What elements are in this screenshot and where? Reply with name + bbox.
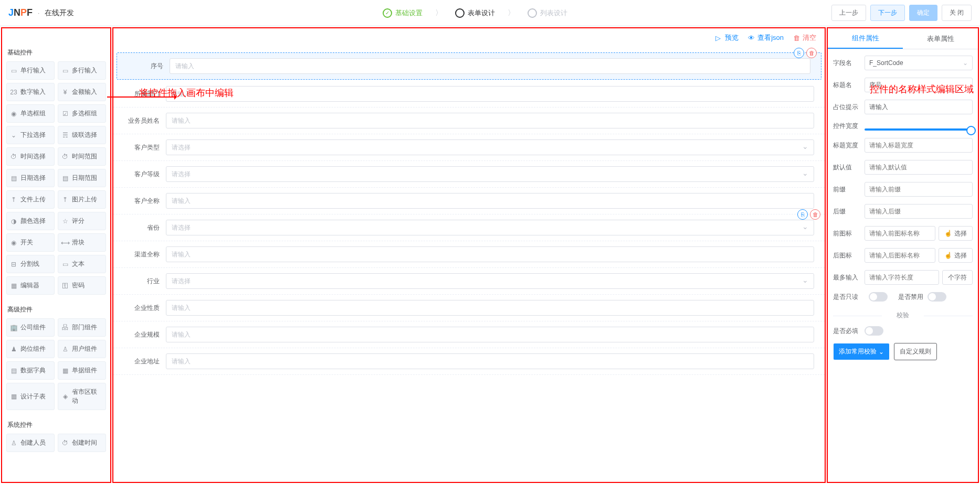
form-row[interactable]: 企业规模请输入 [113,321,825,348]
title-width-input[interactable] [865,138,973,153]
component-item[interactable]: ◉开关 [6,233,55,252]
component-item[interactable]: ⚿密码 [58,276,106,295]
view-json-button[interactable]: 👁 查看json [748,33,784,42]
component-item[interactable]: ☆评分 [58,212,106,230]
field-control[interactable]: 请选择 [166,273,814,289]
form-row[interactable]: 序号请输入⎘🗑 [117,52,821,80]
prev-button[interactable]: 上一步 [831,5,866,21]
component-item[interactable]: ▤日期选择 [6,169,55,187]
delete-button[interactable]: 🗑 [810,209,820,220]
field-select[interactable]: 请选择 [166,220,814,235]
preview-button[interactable]: ▷ 预览 [715,33,739,42]
field-control[interactable]: 请输入 [166,86,814,102]
field-input[interactable]: 请输入 [170,58,810,74]
field-control[interactable]: 请选择 [166,220,814,235]
placeholder-input[interactable] [865,100,973,114]
field-input[interactable]: 请输入 [166,246,814,262]
component-item[interactable]: ⌄下拉选择 [6,126,55,144]
form-row[interactable]: 客户全称请输入 [113,188,825,214]
tab-component-props[interactable]: 组件属性 [828,28,903,49]
component-item[interactable]: ⟷滑块 [58,233,106,252]
field-input[interactable]: 请输入 [166,113,814,128]
component-item[interactable]: ▭多行输入 [58,61,106,80]
form-row[interactable]: 企业地址请输入 [113,348,825,375]
clear-button[interactable]: 🗑 清空 [793,33,816,42]
disabled-switch[interactable] [928,292,946,302]
copy-button[interactable]: ⎘ [797,209,808,220]
form-row[interactable]: 渠道全称请输入 [113,241,825,268]
choose-suffix-icon-button[interactable]: ☝选择 [939,248,973,263]
step-form-design[interactable]: 表单设计 [455,8,495,18]
field-control[interactable]: 请输入 [166,327,814,342]
next-button[interactable]: 下一步 [870,5,905,21]
field-input[interactable]: 请输入 [166,327,814,342]
component-item[interactable]: ▦编辑器 [6,276,55,295]
field-control[interactable]: 请选择 [166,166,814,182]
field-name-select[interactable]: F_SortCode [865,56,973,70]
suffix-icon-input[interactable] [865,248,935,263]
prefix-icon-input[interactable] [865,226,935,241]
field-control[interactable]: 请选择 [166,139,814,155]
max-length-input[interactable] [865,270,939,285]
component-item[interactable]: ▭单行输入 [6,61,55,80]
field-control[interactable]: 请输入 [166,353,814,369]
field-control[interactable]: 请输入 [166,113,814,128]
component-item[interactable]: ◑颜色选择 [6,212,55,230]
component-item[interactable]: ♙创建人员 [6,434,55,452]
component-item[interactable]: ☑多选框组 [58,104,106,123]
field-control[interactable]: 请输入 [166,246,814,262]
required-switch[interactable] [865,326,883,336]
component-item[interactable]: ⤒图片上传 [58,190,106,209]
field-input[interactable]: 请输入 [166,193,814,209]
default-value-input[interactable] [865,160,973,175]
readonly-switch[interactable] [869,292,888,302]
step-list-design[interactable]: 列表设计 [528,8,567,18]
component-item[interactable]: ▦单据组件 [58,361,106,380]
component-item[interactable]: ▤数据字典 [6,361,55,380]
field-input[interactable]: 请输入 [166,86,814,102]
field-input[interactable]: 请输入 [166,353,814,369]
field-select[interactable]: 请选择 [166,166,814,182]
close-button[interactable]: 关 闭 [942,5,972,21]
choose-prefix-icon-button[interactable]: ☝选择 [939,226,973,241]
custom-rule-button[interactable]: 自定义规则 [894,343,937,360]
delete-button[interactable]: 🗑 [806,48,817,58]
component-item[interactable]: ☴级联选择 [58,126,106,144]
component-item[interactable]: ¥金额输入 [58,83,106,101]
confirm-button[interactable]: 确定 [909,5,937,21]
form-row[interactable]: 省份请选择⎘🗑 [113,214,825,241]
component-item[interactable]: ⏱时间选择 [6,147,55,166]
component-item[interactable]: ▤日期范围 [58,169,106,187]
form-canvas[interactable]: 序号请输入⎘🗑所属部门请输入业务员姓名请输入客户类型请选择客户等级请选择客户全称… [113,47,825,482]
field-select[interactable]: 请选择 [166,273,814,289]
form-row[interactable]: 企业性质请输入 [113,295,825,321]
component-item[interactable]: 品部门组件 [58,318,106,337]
tab-form-props[interactable]: 表单属性 [903,28,978,49]
component-item[interactable]: ♙用户组件 [58,340,106,358]
step-basic-settings[interactable]: ✓ 基础设置 [383,8,423,18]
form-row[interactable]: 客户等级请选择 [113,161,825,188]
component-item[interactable]: ◉单选框组 [6,104,55,123]
suffix-input[interactable] [865,204,973,219]
component-item[interactable]: ⏱创建时间 [58,434,106,452]
prefix-input[interactable] [865,182,973,197]
form-row[interactable]: 客户类型请选择 [113,134,825,161]
width-slider[interactable] [865,128,973,131]
component-item[interactable]: ⏱时间范围 [58,147,106,166]
copy-button[interactable]: ⎘ [794,48,804,58]
component-item[interactable]: ⤒文件上传 [6,190,55,209]
component-item[interactable]: ▦设计子表 [6,383,55,410]
field-input[interactable]: 请输入 [166,300,814,316]
form-row[interactable]: 业务员姓名请输入 [113,107,825,134]
field-control[interactable]: 请输入 [170,58,810,74]
field-control[interactable]: 请输入 [166,193,814,209]
component-item[interactable]: ▭文本 [58,255,106,273]
component-item[interactable]: ⊟分割线 [6,255,55,273]
component-item[interactable]: 23数字输入 [6,83,55,101]
component-item[interactable]: 🏢公司组件 [6,318,55,337]
component-item[interactable]: ◈省市区联动 [58,383,106,410]
component-item[interactable]: ♟岗位组件 [6,340,55,358]
add-common-validation-button[interactable]: 添加常用校验⌄ [833,343,890,360]
field-control[interactable]: 请输入 [166,300,814,316]
field-select[interactable]: 请选择 [166,139,814,155]
